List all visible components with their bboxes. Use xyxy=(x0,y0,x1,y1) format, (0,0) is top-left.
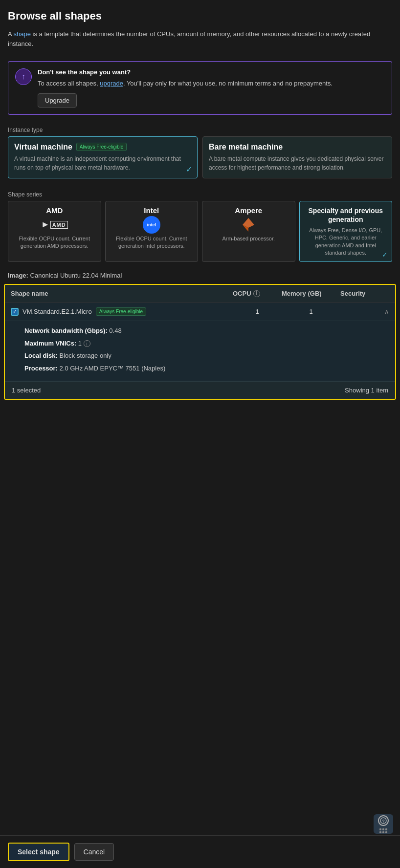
header-security: Security xyxy=(340,290,389,297)
selected-checkmark: ✓ xyxy=(186,165,192,174)
specialty-checkmark: ✓ xyxy=(382,251,388,259)
shape-name-cell: ✓ VM.Standard.E2.1.Micro Always Free-eli… xyxy=(11,307,233,316)
showing-count: Showing 1 item xyxy=(345,387,388,394)
instance-card-virtual-machine[interactable]: Virtual machine Always Free-eligible A v… xyxy=(8,136,198,178)
ampere-logo xyxy=(207,217,290,232)
row-checkbox[interactable]: ✓ xyxy=(11,308,19,316)
instance-type-row: Virtual machine Always Free-eligible A v… xyxy=(8,136,392,178)
intel-logo: intel xyxy=(111,217,193,232)
instance-card-bare-metal[interactable]: Bare metal machine A bare metal compute … xyxy=(202,136,392,178)
intel-description: Flexible OCPU count. Current generation … xyxy=(111,235,193,250)
bare-metal-title: Bare metal machine xyxy=(209,143,386,152)
shape-card-ampere[interactable]: Ampere Arm-based processor. xyxy=(202,201,295,262)
max-vnics: Maximum VNICs: 1 i xyxy=(24,339,388,348)
image-value: Canonical Ubuntu 22.04 Minimal xyxy=(30,272,122,279)
always-free-badge: Always Free-eligible xyxy=(76,143,127,151)
help-icon: ? xyxy=(378,815,389,826)
upgrade-banner: ↑ Don't see the shape you want? To acces… xyxy=(8,61,392,115)
help-dots xyxy=(379,828,387,833)
help-button[interactable]: ? xyxy=(374,814,393,834)
processor: Processor: 2.0 GHz AMD EPYC™ 7551 (Naple… xyxy=(24,364,388,373)
ampere-description: Arm-based processor. xyxy=(207,235,290,242)
upgrade-banner-title: Don't see the shape you want? xyxy=(38,68,385,76)
svg-text:?: ? xyxy=(382,819,385,824)
upgrade-banner-text: To access all shapes, upgrade. You'll pa… xyxy=(38,79,385,88)
vnics-info-icon[interactable]: i xyxy=(84,340,90,347)
shape-series-row: AMD ►AMD Flexible OCPU count. Current ge… xyxy=(8,201,392,262)
row-free-badge: Always Free-eligible xyxy=(96,307,146,316)
upgrade-icon: ↑ xyxy=(15,68,32,85)
ocpu-value: 1 xyxy=(233,308,282,315)
bare-metal-description: A bare metal compute instance gives you … xyxy=(209,154,386,172)
shape-series-label: Shape series xyxy=(0,186,400,201)
table-header: Shape name OCPU i Memory (GB) Security xyxy=(5,285,395,303)
page-header: Browse all shapes A shape is a template … xyxy=(0,0,400,54)
shapes-table: Shape name OCPU i Memory (GB) Security ✓… xyxy=(4,284,396,400)
expanded-details: Network bandwidth (Gbps): 0.48 Maximum V… xyxy=(5,321,395,381)
local-disk: Local disk: Block storage only xyxy=(24,351,388,361)
selected-count: 1 selected xyxy=(12,387,41,394)
specialty-title: Specialty and previous generation xyxy=(305,206,387,224)
header-ocpu: OCPU i xyxy=(233,290,282,297)
table-row-container: ✓ VM.Standard.E2.1.Micro Always Free-eli… xyxy=(5,303,395,381)
virtual-machine-description: A virtual machine is an independent comp… xyxy=(14,154,191,172)
expand-chevron[interactable]: ∧ xyxy=(340,308,389,315)
upgrade-button[interactable]: Upgrade xyxy=(38,93,77,108)
table-row[interactable]: ✓ VM.Standard.E2.1.Micro Always Free-eli… xyxy=(5,303,395,321)
page-description: A shape is a template that determines th… xyxy=(8,29,392,48)
intel-title: Intel xyxy=(111,206,193,215)
amd-title: AMD xyxy=(13,206,96,215)
header-shape-name: Shape name xyxy=(11,290,233,297)
amd-description: Flexible OCPU count. Current generation … xyxy=(13,235,96,250)
shape-card-intel[interactable]: Intel intel Flexible OCPU count. Current… xyxy=(105,201,199,262)
cancel-button[interactable]: Cancel xyxy=(74,843,114,861)
shape-link[interactable]: shape xyxy=(14,30,31,38)
shape-name: VM.Standard.E2.1.Micro xyxy=(22,308,92,315)
network-bandwidth: Network bandwidth (Gbps): 0.48 xyxy=(24,326,388,336)
upgrade-link[interactable]: upgrade xyxy=(100,80,123,87)
ampere-title: Ampere xyxy=(207,206,290,215)
instance-type-label: Instance type xyxy=(0,122,400,136)
select-shape-button[interactable]: Select shape xyxy=(8,843,69,861)
shape-card-amd[interactable]: AMD ►AMD Flexible OCPU count. Current ge… xyxy=(8,201,101,262)
ocpu-info-icon[interactable]: i xyxy=(253,290,260,297)
memory-value: 1 xyxy=(282,308,340,315)
image-label: Image: Canonical Ubuntu 22.04 Minimal xyxy=(0,269,400,284)
table-footer: 1 selected Showing 1 item xyxy=(5,381,395,399)
header-memory: Memory (GB) xyxy=(282,290,340,297)
specialty-description: Always Free, Dense I/O, GPU, HPC, Generi… xyxy=(305,227,387,257)
amd-logo: ►AMD xyxy=(13,217,96,232)
shape-card-specialty[interactable]: Specialty and previous generation Always… xyxy=(299,201,393,262)
page-title: Browse all shapes xyxy=(8,10,392,22)
bottom-bar: Select shape Cancel xyxy=(0,835,400,868)
virtual-machine-title: Virtual machine Always Free-eligible xyxy=(14,143,191,152)
